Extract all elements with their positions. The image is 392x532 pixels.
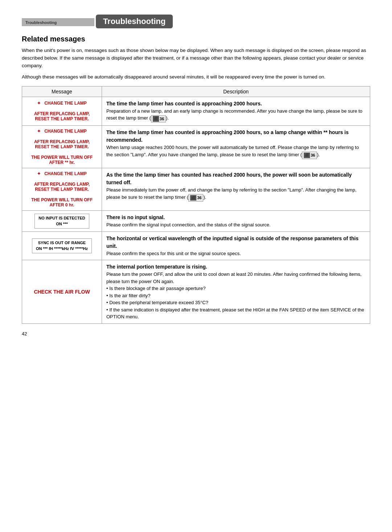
intro-paragraph-2: Although these messages will be automati…: [22, 73, 370, 81]
table-row: ✦ CHANGE THE LAMP AFTER REPLACING LAMP, …: [22, 97, 370, 126]
description-cell-3: As the time the lamp timer has counted h…: [102, 168, 370, 211]
desc-normal-6: Please turn the power OFF, and allow the…: [106, 271, 364, 319]
msg-after-replacing-1: AFTER REPLACING LAMP,: [26, 111, 97, 116]
desc-bold-5: The horizontal or vertical wavelength of…: [106, 235, 359, 249]
msg-change-lamp-3: ✦ CHANGE THE LAMP: [26, 171, 97, 176]
message-cell-5: SYNC IS OUT OF RANGEON *** fH *****kHz f…: [22, 231, 102, 260]
message-cell-3: ✦ CHANGE THE LAMP AFTER REPLACING LAMP, …: [22, 168, 102, 211]
table-row: ✦ CHANGE THE LAMP AFTER REPLACING LAMP, …: [22, 168, 370, 211]
msg-after-hr-2: AFTER ** hr.: [26, 160, 97, 165]
desc-bold-3: As the time the lamp timer has counted h…: [106, 172, 352, 185]
msg-sync-out-of-range: SYNC IS OUT OF RANGEON *** fH *****kHz f…: [32, 238, 92, 253]
table-row: NO INPUT IS DETECTEDON *** There is no i…: [22, 211, 370, 232]
col-header-description: Description: [102, 86, 370, 97]
msg-change-lamp-1: ✦ CHANGE THE LAMP: [26, 101, 97, 106]
desc-normal-4: Please confirm the signal input connecti…: [106, 222, 270, 227]
msg-reset-timer-1: RESET THE LAMP TIMER.: [26, 116, 97, 121]
message-cell-2: ✦ CHANGE THE LAMP AFTER REPLACING LAMP, …: [22, 126, 102, 168]
description-cell-4: There is no input signal. Please confirm…: [102, 211, 370, 232]
desc-bold-2: The time the lamp timer has counted is a…: [106, 129, 348, 143]
related-messages-heading: Related messages: [22, 35, 370, 43]
msg-no-input: NO INPUT IS DETECTEDON ***: [34, 214, 89, 229]
msg-change-lamp-2: ✦ CHANGE THE LAMP: [26, 129, 97, 134]
msg-reset-timer-2: RESET THE LAMP TIMER.: [26, 144, 97, 149]
section-title: Troubleshooting: [103, 17, 166, 26]
desc-bold-4: There is no input signal.: [106, 214, 165, 220]
desc-normal-5: Please confirm the specs for this unit o…: [106, 251, 241, 256]
desc-normal-1: Preparation of a new lamp, and an early …: [106, 108, 362, 121]
section-title-box: Troubleshooting: [96, 15, 173, 28]
description-cell-1: The time the lamp timer has counted is a…: [102, 97, 370, 126]
table-row: CHECK THE AIR FLOW The internal portion …: [22, 260, 370, 324]
description-cell-6: The internal portion temperature is risi…: [102, 260, 370, 324]
page: Troubleshooting Troubleshooting Related …: [0, 0, 392, 358]
table-row: ✦ CHANGE THE LAMP AFTER REPLACING LAMP, …: [22, 126, 370, 168]
msg-reset-timer-3: RESET THE LAMP TIMER.: [26, 187, 97, 192]
msg-power-off-2: THE POWER WILL TURN OFF: [26, 155, 97, 160]
description-cell-2: The time the lamp timer has counted is a…: [102, 126, 370, 168]
desc-normal-3: Please immediately turn the power off, a…: [106, 187, 356, 200]
breadcrumb: Troubleshooting: [22, 18, 94, 26]
msg-after-replacing-3: AFTER REPLACING LAMP,: [26, 182, 97, 187]
desc-bold-6: The internal portion temperature is risi…: [106, 264, 207, 270]
page-number: 42: [22, 331, 370, 336]
description-cell-5: The horizontal or vertical wavelength of…: [102, 231, 370, 260]
col-header-message: Message: [22, 86, 102, 97]
msg-check-air-flow: CHECK THE AIR FLOW: [26, 289, 97, 295]
messages-table: Message Description ✦ CHANGE THE LAMP AF…: [22, 86, 370, 324]
msg-after-replacing-2: AFTER REPLACING LAMP,: [26, 139, 97, 144]
message-cell-6: CHECK THE AIR FLOW: [22, 260, 102, 324]
msg-after-0hr-3: AFTER 0 hr.: [26, 202, 97, 207]
table-row: SYNC IS OUT OF RANGEON *** fH *****kHz f…: [22, 231, 370, 260]
msg-power-off-3: THE POWER WILL TURN OFF: [26, 197, 97, 202]
intro-paragraph-1: When the unit's power is on, messages su…: [22, 47, 370, 70]
message-cell-4: NO INPUT IS DETECTEDON ***: [22, 211, 102, 232]
desc-bold-1: The time the lamp timer has counted is a…: [106, 101, 262, 106]
desc-normal-2: When lamp usage reaches 2000 hours, the …: [106, 145, 359, 157]
message-cell-1: ✦ CHANGE THE LAMP AFTER REPLACING LAMP, …: [22, 97, 102, 126]
